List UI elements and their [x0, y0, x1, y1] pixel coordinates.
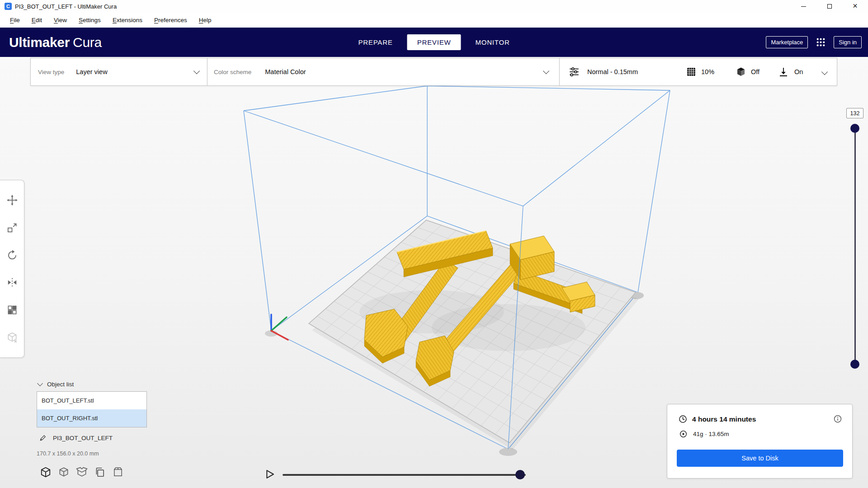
object-list-title: Object list [47, 381, 74, 388]
layer-slider-top-handle[interactable] [850, 124, 859, 133]
mirror-tool-icon [6, 277, 18, 288]
support-icon [736, 66, 746, 77]
scale-tool-icon [6, 222, 18, 234]
per-model-settings-icon [6, 304, 18, 316]
per-model-settings-button[interactable] [5, 302, 20, 318]
material-spool-icon [679, 430, 688, 438]
close-button[interactable]: × [842, 0, 868, 13]
menu-edit[interactable]: Edit [26, 17, 48, 23]
rotate-tool-icon [6, 249, 18, 261]
menu-extensions[interactable]: Extensions [107, 17, 148, 23]
box-open-icon[interactable] [76, 466, 88, 478]
material-estimate: 41g · 13.65m [693, 431, 729, 437]
box-filled-icon[interactable] [58, 466, 70, 478]
layer-slider-bottom-handle[interactable] [850, 360, 859, 369]
view-type-label: View type [38, 69, 64, 75]
copy-pages-icon[interactable] [94, 466, 106, 478]
menu-help[interactable]: Help [193, 17, 217, 23]
support-value: Off [751, 68, 760, 75]
infill-value: 10% [701, 68, 714, 75]
tab-prepare[interactable]: PREPARE [348, 34, 402, 50]
signin-button[interactable]: Sign in [834, 36, 862, 48]
infill-icon [686, 66, 697, 77]
titlebar: C PI3_BOT_OUT_LEFT - UltiMaker Cura × [0, 0, 868, 13]
play-button[interactable] [264, 468, 276, 480]
menu-view[interactable]: View [48, 17, 73, 23]
adhesion-icon [778, 66, 789, 77]
apps-grid-icon[interactable] [816, 38, 826, 47]
close-icon: × [853, 2, 858, 10]
marketplace-button[interactable]: Marketplace [766, 36, 808, 48]
job-name: PI3_BOT_OUT_LEFT [53, 435, 113, 441]
play-icon [264, 468, 276, 480]
maximize-icon [827, 4, 832, 9]
move-tool-icon [6, 194, 18, 206]
object-list: BOT_OUT_LEFT.stl BOT_OUT_RIGHT.stl [37, 391, 147, 427]
minimize-icon [801, 6, 806, 7]
mirror-tool-button[interactable] [5, 275, 20, 290]
model-dimensions: 170.7 x 156.0 x 20.0 mm [37, 450, 99, 457]
logo-secondary: Cura [73, 35, 102, 50]
tab-preview[interactable]: PREVIEW [407, 34, 461, 50]
layer-slider-track[interactable] [854, 128, 856, 364]
print-settings-bar[interactable]: Normal - 0.15mm 10% Off On [559, 58, 837, 86]
window-title: PI3_BOT_OUT_LEFT - UltiMaker Cura [15, 3, 117, 10]
rotate-tool-button[interactable] [5, 248, 20, 263]
color-scheme-label: Color scheme [214, 69, 251, 75]
cube-icon[interactable] [40, 466, 52, 478]
view-type-dropdown[interactable]: View type Layer view [30, 58, 208, 86]
object-list-header[interactable]: Object list [38, 381, 74, 388]
tab-monitor[interactable]: MONITOR [465, 34, 519, 50]
chevron-down-icon [193, 68, 200, 74]
quality-icon [568, 66, 580, 78]
clock-icon [678, 414, 688, 424]
header: UltimakerCura PREPARE PREVIEW MONITOR Ma… [0, 28, 868, 57]
move-tool-button[interactable] [5, 192, 20, 208]
menu-file[interactable]: File [4, 17, 26, 23]
print-estimate-panel: 4 hours 14 minutes 41g · 13.65m Save to … [667, 404, 853, 479]
support-blocker-icon [6, 332, 18, 343]
chevron-down-icon [37, 380, 43, 386]
cura-logo: UltimakerCura [9, 35, 102, 50]
print-time-estimate: 4 hours 14 minutes [692, 415, 756, 423]
color-scheme-value: Material Color [265, 68, 306, 75]
adhesion-value: On [794, 68, 803, 75]
minimize-button[interactable] [791, 0, 816, 13]
view-type-value: Layer view [76, 68, 107, 75]
list-item[interactable]: BOT_OUT_LEFT.stl [37, 392, 146, 409]
maximize-button[interactable] [816, 0, 842, 13]
support-blocker-button[interactable] [5, 330, 20, 345]
chevron-down-icon[interactable] [821, 69, 828, 75]
save-to-disk-button[interactable]: Save to Disk [677, 450, 843, 467]
layer-number-box[interactable]: 132 [846, 108, 863, 118]
info-icon[interactable] [833, 414, 842, 423]
menu-preferences[interactable]: Preferences [148, 17, 193, 23]
color-scheme-dropdown[interactable]: Color scheme Material Color [207, 58, 560, 86]
menu-settings[interactable]: Settings [73, 17, 107, 23]
logo-primary: Ultimaker [9, 35, 70, 50]
stage-menu: PREPARE PREVIEW MONITOR [348, 34, 519, 50]
quality-profile-value: Normal - 0.15mm [587, 68, 638, 75]
chevron-down-icon [543, 68, 549, 74]
menubar: File Edit View Settings Extensions Prefe… [0, 13, 868, 28]
rename-pencil-icon[interactable] [39, 434, 47, 442]
object-icons-row [40, 466, 124, 478]
scale-tool-button[interactable] [5, 220, 20, 235]
cura-app-icon: C [5, 3, 12, 10]
path-slider-handle[interactable] [515, 470, 525, 479]
box-outline-icon[interactable] [112, 466, 124, 478]
path-slider-track[interactable] [283, 474, 526, 476]
left-toolbar [0, 180, 24, 358]
list-item[interactable]: BOT_OUT_RIGHT.stl [37, 409, 146, 427]
